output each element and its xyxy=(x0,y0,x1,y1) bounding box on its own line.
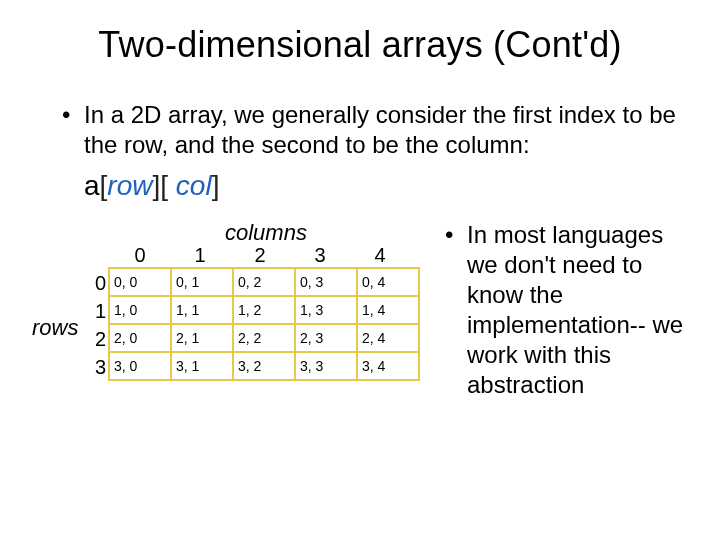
cell: 0, 2 xyxy=(232,267,296,297)
col-header: 1 xyxy=(170,244,230,267)
row-header: 2 xyxy=(84,325,110,353)
col-header: 0 xyxy=(110,244,170,267)
cell: 3, 0 xyxy=(108,351,172,381)
code-bracket: ][ xyxy=(152,170,168,201)
table-row: 0 0, 0 0, 1 0, 2 0, 3 0, 4 xyxy=(84,269,420,297)
cell: 1, 0 xyxy=(108,295,172,325)
array-diagram: columns rows 0 1 2 3 4 0 0, 0 0, 1 0, 2 … xyxy=(30,220,435,400)
cell: 3, 1 xyxy=(170,351,234,381)
lower-section: columns rows 0 1 2 3 4 0 0, 0 0, 1 0, 2 … xyxy=(30,220,690,400)
table-row: 2 2, 0 2, 1 2, 2 2, 3 2, 4 xyxy=(84,325,420,353)
col-header: 3 xyxy=(290,244,350,267)
code-space xyxy=(168,170,176,201)
columns-label: columns xyxy=(225,220,307,246)
col-header: 4 xyxy=(350,244,410,267)
code-row: row xyxy=(107,170,152,201)
cell: 2, 0 xyxy=(108,323,172,353)
row-header: 1 xyxy=(84,297,110,325)
col-headers: 0 1 2 3 4 xyxy=(110,244,420,267)
row-header: 0 xyxy=(84,269,110,297)
cell: 3, 3 xyxy=(294,351,358,381)
bullet-dot-icon: • xyxy=(445,220,467,400)
cell: 3, 2 xyxy=(232,351,296,381)
cell: 1, 3 xyxy=(294,295,358,325)
cell: 1, 1 xyxy=(170,295,234,325)
bullet-right-text: In most languages we don't need to know … xyxy=(467,220,690,400)
right-column: • In most languages we don't need to kno… xyxy=(435,220,690,400)
bullet-top-text: In a 2D array, we generally consider the… xyxy=(84,100,680,160)
cell: 0, 4 xyxy=(356,267,420,297)
rows-label: rows xyxy=(32,315,78,341)
cell: 1, 4 xyxy=(356,295,420,325)
code-col: col xyxy=(176,170,212,201)
cell: 2, 2 xyxy=(232,323,296,353)
grid: 0 1 2 3 4 0 0, 0 0, 1 0, 2 0, 3 0, 4 1 1… xyxy=(84,244,420,381)
code-array-name: a xyxy=(84,170,100,201)
cell: 0, 0 xyxy=(108,267,172,297)
code-bracket: ] xyxy=(212,170,220,201)
cell: 2, 4 xyxy=(356,323,420,353)
page-title: Two-dimensional arrays (Cont'd) xyxy=(30,24,690,66)
cell: 0, 1 xyxy=(170,267,234,297)
cell: 3, 4 xyxy=(356,351,420,381)
cell: 0, 3 xyxy=(294,267,358,297)
bullet-right: • In most languages we don't need to kno… xyxy=(445,220,690,400)
code-expression: a[row][ col] xyxy=(84,170,690,202)
bullet-dot-icon: • xyxy=(62,100,84,160)
cell: 2, 1 xyxy=(170,323,234,353)
cell: 2, 3 xyxy=(294,323,358,353)
cell: 1, 2 xyxy=(232,295,296,325)
table-row: 3 3, 0 3, 1 3, 2 3, 3 3, 4 xyxy=(84,353,420,381)
col-header: 2 xyxy=(230,244,290,267)
row-header: 3 xyxy=(84,353,110,381)
table-row: 1 1, 0 1, 1 1, 2 1, 3 1, 4 xyxy=(84,297,420,325)
bullet-top: • In a 2D array, we generally consider t… xyxy=(62,100,680,160)
slide: Two-dimensional arrays (Cont'd) • In a 2… xyxy=(0,0,720,540)
